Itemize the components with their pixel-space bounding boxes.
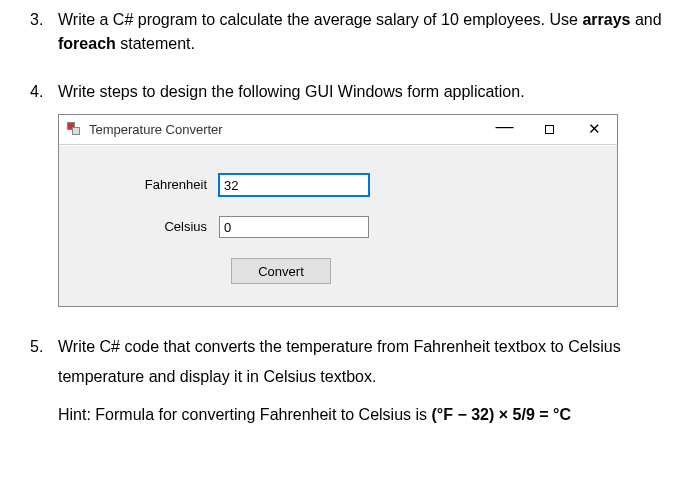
question-5: 5. Write C# code that converts the tempe… <box>30 335 670 433</box>
titlebar: Temperature Converter — ✕ <box>59 115 617 145</box>
question-3-body: Write a C# program to calculate the aver… <box>58 8 670 62</box>
q5-line2: temperature and display it in Celsius te… <box>58 365 670 389</box>
question-5-body: Write C# code that converts the temperat… <box>58 335 670 433</box>
question-3-number: 3. <box>30 8 58 62</box>
fahrenheit-row: Fahrenheit <box>99 174 577 196</box>
q5-hint: Hint: Formula for converting Fahrenheit … <box>58 403 670 427</box>
client-area: Fahrenheit Celsius Convert <box>59 145 617 306</box>
window-title: Temperature Converter <box>89 120 482 140</box>
question-5-number: 5. <box>30 335 58 433</box>
q3-bold-foreach: foreach <box>58 35 116 52</box>
maximize-icon <box>545 125 554 134</box>
fahrenheit-input[interactable] <box>219 174 369 196</box>
question-3: 3. Write a C# program to calculate the a… <box>30 8 670 62</box>
minimize-button[interactable]: — <box>482 115 527 145</box>
q3-text-1: Write a C# program to calculate the aver… <box>58 11 582 28</box>
celsius-input[interactable] <box>219 216 369 238</box>
q5-hint-formula: (°F − 32) × 5/9 = °C <box>431 406 571 423</box>
convert-button[interactable]: Convert <box>231 258 331 284</box>
question-4-body: Write steps to design the following GUI … <box>58 80 670 317</box>
app-icon <box>67 122 83 138</box>
question-4: 4. Write steps to design the following G… <box>30 80 670 317</box>
q5-hint-prefix: Hint: Formula for converting Fahrenheit … <box>58 406 431 423</box>
question-4-number: 4. <box>30 80 58 317</box>
q3-text-3: statement. <box>116 35 195 52</box>
button-row: Convert <box>99 258 577 284</box>
close-button[interactable]: ✕ <box>572 115 617 145</box>
fahrenheit-label: Fahrenheit <box>99 175 219 195</box>
q3-text-2: and <box>630 11 661 28</box>
q5-line1: Write C# code that converts the temperat… <box>58 335 670 359</box>
celsius-row: Celsius <box>99 216 577 238</box>
maximize-button[interactable] <box>527 115 572 145</box>
question-4-text: Write steps to design the following GUI … <box>58 80 670 104</box>
celsius-label: Celsius <box>99 217 219 237</box>
q3-bold-arrays: arrays <box>582 11 630 28</box>
winform-window: Temperature Converter — ✕ Fahrenheit Cel… <box>58 114 618 307</box>
